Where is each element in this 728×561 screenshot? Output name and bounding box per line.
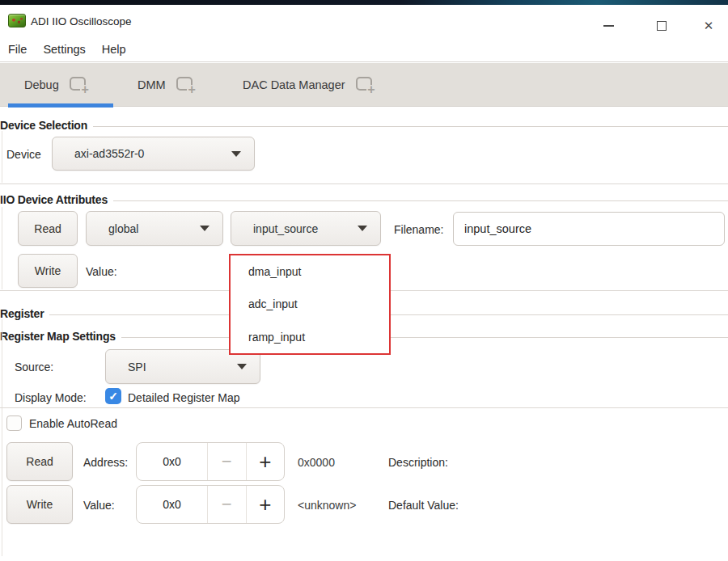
value-spinner-value[interactable]: 0x0 [137, 486, 207, 523]
frame-border [2, 207, 2, 289]
detach-tab-icon[interactable]: + [176, 75, 197, 95]
attribute-name-dropdown[interactable]: input_source [231, 211, 381, 246]
device-selection-header: Device Selection [0, 118, 728, 132]
attribute-group-value: global [108, 222, 200, 235]
tab-dmm[interactable]: DMM + [121, 63, 217, 107]
register-write-button[interactable]: Write [6, 485, 73, 524]
minimize-icon [603, 25, 614, 27]
minus-icon: − [208, 453, 245, 470]
value-decrement-button[interactable]: − [207, 486, 245, 523]
device-selection-title: Device Selection [0, 119, 87, 132]
active-tab-indicator [8, 103, 113, 108]
frame-border [2, 131, 2, 183]
tab-dmm-label: DMM [138, 78, 166, 91]
menu-settings[interactable]: Settings [35, 43, 93, 56]
enable-autoread-checkbox[interactable] [6, 415, 22, 431]
close-icon: ✕ [704, 19, 714, 32]
device-label: Device [6, 148, 41, 161]
register-value-label: Value: [83, 499, 115, 512]
detach-tab-icon[interactable]: + [70, 75, 91, 95]
app-icon [8, 14, 26, 27]
value-unknown-text: <unknown> [298, 499, 356, 512]
iio-attributes-header: IIO Device Attributes [0, 192, 728, 206]
attribute-options-popup: dma_input adc_input ramp_input [229, 254, 391, 355]
display-mode-label: Display Mode: [15, 391, 87, 404]
source-dropdown-value: SPI [128, 361, 237, 373]
device-dropdown-value: axi-ad3552r-0 [74, 147, 231, 160]
popup-item-adc-input[interactable]: adc_input [231, 288, 389, 320]
maximize-icon [657, 21, 667, 31]
menu-help[interactable]: Help [94, 43, 134, 56]
register-read-button[interactable]: Read [6, 442, 73, 481]
attribute-value-label: Value: [86, 265, 117, 278]
display-mode-checkbox[interactable] [105, 388, 121, 404]
tab-debug-label: Debug [24, 78, 59, 91]
address-decrement-button[interactable]: − [207, 443, 245, 480]
device-dropdown[interactable]: axi-ad3552r-0 [52, 137, 255, 171]
popup-item-ramp-input[interactable]: ramp_input [231, 321, 389, 353]
address-spinner: 0x0 − + [136, 442, 285, 481]
plus-icon: + [247, 494, 284, 515]
plus-icon: + [247, 451, 284, 472]
tab-dac-data-manager[interactable]: DAC Data Manager + [226, 63, 395, 107]
window-title: ADI IIO Oscilloscope [31, 15, 132, 27]
tab-dac-label: DAC Data Manager [243, 78, 345, 91]
attribute-group-dropdown[interactable]: global [86, 211, 223, 246]
frame-border [2, 319, 2, 556]
default-value-label: Default Value: [388, 499, 459, 512]
chevron-down-icon [200, 226, 210, 231]
value-increment-button[interactable]: + [246, 486, 284, 523]
filename-label: Filename: [394, 223, 443, 236]
menubar: File Settings Help [0, 36, 728, 62]
value-spinner: 0x0 − + [136, 485, 285, 524]
register-title: Register [0, 307, 44, 320]
enable-autoread-label: Enable AutoRead [29, 417, 117, 430]
iio-attributes-title: IIO Device Attributes [0, 193, 108, 206]
address-increment-button[interactable]: + [246, 443, 284, 480]
popup-item-dma-input[interactable]: dma_input [231, 255, 389, 288]
minus-icon: − [208, 496, 245, 513]
source-label: Source: [15, 361, 53, 373]
menu-file[interactable]: File [0, 43, 35, 56]
attribute-read-button[interactable]: Read [18, 211, 78, 246]
chevron-down-icon [358, 226, 367, 231]
attribute-write-button[interactable]: Write [18, 254, 78, 288]
app-window: ADI IIO Oscilloscope ✕ File Settings Hel… [0, 0, 728, 561]
address-spinner-value[interactable]: 0x0 [137, 443, 207, 480]
titlebar: ADI IIO Oscilloscope ✕ [0, 5, 728, 36]
chevron-down-icon [231, 151, 241, 157]
address-label: Address: [83, 456, 128, 469]
tabbar: Debug + DMM + DAC Data Manager + [0, 63, 728, 107]
detach-tab-icon[interactable]: + [356, 75, 377, 95]
chevron-down-icon [237, 364, 247, 369]
description-label: Description: [388, 456, 448, 469]
register-map-settings-title: Register Map Settings [0, 330, 116, 343]
attribute-name-value: input_source [253, 222, 358, 235]
filename-input[interactable] [453, 212, 725, 246]
display-mode-option-label: Detailed Register Map [128, 391, 240, 404]
address-hex-value: 0x0000 [298, 456, 335, 469]
tab-debug[interactable]: Debug + [8, 63, 113, 107]
